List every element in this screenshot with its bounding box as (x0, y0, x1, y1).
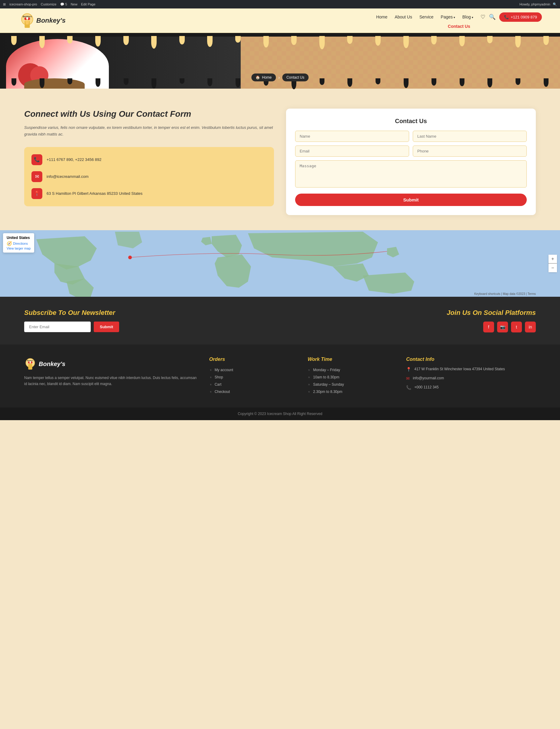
email-icon: ✉ (31, 171, 42, 182)
form-title: Contact Us (295, 118, 527, 125)
phone-button[interactable]: 📞 +121 0909 879 (499, 12, 542, 22)
search-icon[interactable]: 🔍 (489, 14, 496, 20)
footer-worktime-list: Monday – Friday 10am to 8.30pm Saturday … (308, 366, 394, 396)
location-icon: 📍 (31, 188, 42, 199)
newsletter-email-input[interactable] (24, 321, 91, 332)
linkedin-icon[interactable]: in (525, 321, 536, 332)
user-greeting: Howdy, phpmyadmin (519, 2, 550, 6)
section-desc: Suspendisse varius, felis non ornare vul… (24, 124, 274, 138)
svg-rect-11 (28, 364, 32, 370)
map-overlay-card: United States 🧭 Directions View larger m… (3, 233, 34, 252)
nav-home[interactable]: Home (376, 15, 387, 19)
main-content: Connect with Us Using Our Contact Form S… (0, 93, 560, 230)
footer-orders-title: Orders (209, 356, 296, 362)
logo-text: Bonkey's (36, 17, 66, 24)
list-item: 2.30pm to 8.30pm (308, 388, 394, 396)
lastname-input[interactable] (413, 131, 527, 142)
wp-icon: ⊞ (3, 2, 6, 6)
site-link[interactable]: icecream-shop-pro (9, 2, 37, 6)
address-item: 📍 63 S Hamilton Pl Gilbert Arkansas 8523… (31, 188, 267, 199)
footer-contact-col: Contact Info 📍 417 W Franklin St Winches… (406, 356, 536, 396)
newsletter-section: Subscribe To Our Newsletter Submit (24, 309, 280, 332)
map-zoom: + − (549, 255, 557, 272)
new-link[interactable]: New (71, 2, 77, 6)
list-item: 10am to 8.30pm (308, 374, 394, 381)
edit-page-link[interactable]: Edit Page (81, 2, 96, 6)
directions-link[interactable]: Directions (13, 242, 28, 245)
footer-orders-list: My account Shop Cart Checkout (209, 366, 296, 396)
footer-logo-icon: Bonkey's (24, 356, 36, 371)
email-input[interactable] (295, 145, 409, 157)
contact-right: Contact Us Submit (286, 109, 536, 215)
facebook-icon[interactable]: f (483, 321, 494, 332)
nav-pages[interactable]: Pages (441, 15, 455, 19)
phone-text: +111 6767 890, +222 3456 892 (47, 157, 101, 162)
nav-service[interactable]: Service (419, 15, 434, 19)
admin-bar: ⊞ icecream-shop-pro Customize 💬 5 New Ed… (0, 0, 560, 8)
nav-contact[interactable]: Contact Us (448, 24, 470, 29)
footer-phone-text: +000 1112 345 (414, 385, 438, 390)
form-row-name (295, 131, 527, 142)
footer-address-text: 417 W Franklin St Winchester Iowa 47394 … (414, 366, 505, 372)
form-submit-button[interactable]: Submit (295, 194, 527, 206)
newsletter-title: Subscribe To Our Newsletter (24, 309, 280, 317)
instagram-icon[interactable]: 📷 (497, 321, 508, 332)
phone-input[interactable] (413, 145, 527, 157)
svg-point-14 (29, 361, 31, 363)
address-text: 63 S Hamilton Pl Gilbert Arkansas 85233 … (47, 191, 142, 196)
section-title: Connect with Us Using Our Contact Form (24, 109, 274, 119)
footer-email-text: info@yourmail.com (413, 376, 444, 381)
logo-area: Bonkey's Bonkey's (18, 11, 66, 30)
phone-icon: 📞 (406, 385, 411, 390)
list-item: Monday – Friday (308, 366, 394, 374)
nav-blog[interactable]: Blog (462, 15, 473, 19)
svg-point-6 (26, 17, 28, 19)
footer-orders-col: Orders My account Shop Cart Checkout (209, 356, 296, 396)
footer-logo: Bonkey's Bonkey's (24, 356, 197, 371)
twitter-icon[interactable]: t (511, 321, 522, 332)
breadcrumb-current: Contact Us (282, 73, 308, 81)
footer-phone-item: 📞 +000 1112 345 (406, 385, 536, 390)
search-icon[interactable]: 🔍 (553, 2, 557, 6)
address-icon: 📍 (406, 367, 411, 372)
zoom-in-button[interactable]: + (549, 255, 557, 263)
phone-item: 📞 +111 6767 890, +222 3456 892 (31, 154, 267, 165)
footer-desc: Nam temper tellus a semper velutpat. Nun… (24, 375, 197, 387)
email-item: ✉ info@icecreammail.com (31, 171, 267, 182)
form-row-contact (295, 145, 527, 157)
contact-left: Connect with Us Using Our Contact Form S… (24, 109, 274, 206)
footer-top: Subscribe To Our Newsletter Submit Join … (0, 297, 560, 344)
contact-info-box: 📞 +111 6767 890, +222 3456 892 ✉ info@ic… (24, 147, 274, 206)
nav-about[interactable]: About Us (395, 15, 412, 19)
list-item[interactable]: Shop (209, 374, 296, 381)
zoom-out-button[interactable]: − (549, 264, 557, 272)
phone-icon: 📞 (31, 154, 42, 165)
email-icon: ✉ (406, 376, 410, 381)
footer-worktime-col: Work Time Monday – Friday 10am to 8.30pm… (308, 356, 394, 396)
name-input[interactable] (295, 131, 409, 142)
footer-worktime-title: Work Time (308, 356, 394, 362)
list-item[interactable]: Cart (209, 381, 296, 388)
list-item[interactable]: My account (209, 366, 296, 374)
email-text: info@icecreammail.com (47, 174, 89, 179)
footer-logo-col: Bonkey's Bonkey's Nam temper tellus a se… (24, 356, 197, 396)
message-input[interactable] (295, 160, 527, 187)
social-section: Join Us On Social Platforms f 📷 t in (280, 309, 536, 332)
list-item[interactable]: Checkout (209, 388, 296, 396)
wishlist-icon[interactable]: ♡ (480, 14, 485, 20)
newsletter-input-row: Submit (24, 321, 280, 332)
social-icons: f 📷 t in (280, 321, 536, 332)
list-item: Saturday – Sunday (308, 381, 394, 388)
breadcrumb-home[interactable]: 🏠 Home (251, 73, 276, 81)
hero-banner: 🏠 Home › Contact Us (0, 33, 560, 93)
map-section: United States 🧭 Directions View larger m… (0, 230, 560, 297)
footer-bottom: Copyright © 2023 Icecream Shop All Right… (0, 408, 560, 420)
site-header: Bonkey's Bonkey's Home About Us Service … (0, 8, 560, 33)
view-larger-link[interactable]: View larger map (7, 246, 31, 250)
customize-link[interactable]: Customize (41, 2, 57, 6)
newsletter-submit-button[interactable]: Submit (94, 321, 119, 332)
copyright-text: Copyright © 2023 Icecream Shop All Right… (238, 412, 322, 416)
map-attribution: Keyboard shortcuts | Map data ©2023 | Te… (474, 292, 536, 295)
footer-email-item: ✉ info@yourmail.com (406, 376, 536, 381)
map-country: United States (7, 236, 31, 240)
